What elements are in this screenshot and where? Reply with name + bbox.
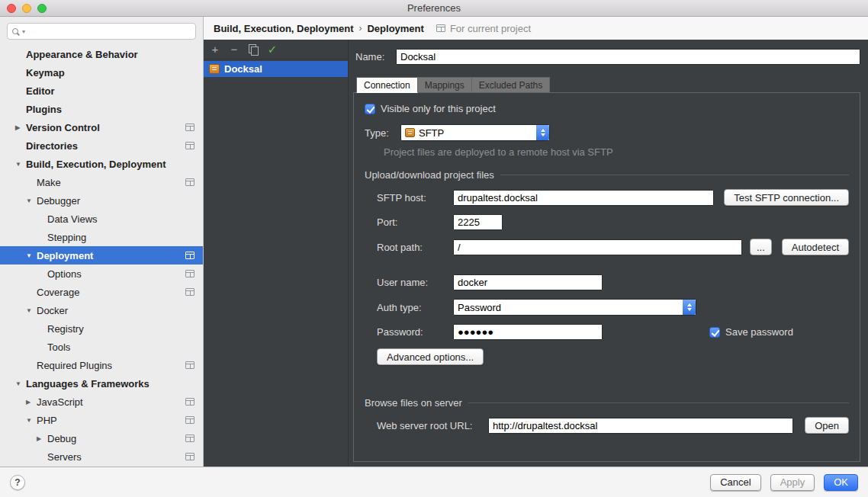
settings-sidebar: ▾ Appearance & BehaviorKeymapEditorPlugi… xyxy=(0,17,204,467)
add-icon[interactable]: + xyxy=(209,43,221,56)
sidebar-item-label: Version Control xyxy=(26,122,185,133)
test-sftp-connection-button[interactable]: Test SFTP connection... xyxy=(724,189,849,206)
sidebar-item-version-control[interactable]: ▶Version Control xyxy=(0,118,203,136)
sidebar-item-coverage[interactable]: Coverage xyxy=(0,283,203,301)
chevron-down-icon[interactable]: ▼ xyxy=(26,197,37,204)
sidebar-item-label: Debug xyxy=(47,433,185,444)
chevron-down-icon[interactable]: ▼ xyxy=(26,252,37,259)
sidebar-item-data-views[interactable]: Data Views xyxy=(0,210,203,228)
browse-section-header: Browse files on server xyxy=(365,397,849,409)
sidebar-item-label: Deployment xyxy=(37,250,185,261)
type-select[interactable]: SFTP xyxy=(400,124,550,141)
visible-only-checkbox[interactable] xyxy=(365,104,375,114)
sidebar-item-php[interactable]: ▼PHP xyxy=(0,411,203,429)
sidebar-item-label: Docker xyxy=(37,305,203,316)
sidebar-item-label: Debugger xyxy=(37,195,203,207)
sidebar-item-languages-frameworks[interactable]: ▼Languages & Frameworks xyxy=(0,374,203,393)
save-password-checkbox[interactable] xyxy=(709,327,720,338)
server-item-docksal[interactable]: Docksal xyxy=(204,61,348,77)
sidebar-item-tools[interactable]: Tools xyxy=(0,338,203,356)
chevron-right-icon[interactable]: ▶ xyxy=(26,399,37,406)
user-name-input[interactable] xyxy=(453,274,603,290)
combo-stepper-icon[interactable] xyxy=(683,300,696,315)
dialog-footer: ? Cancel Apply OK xyxy=(0,467,868,497)
titlebar[interactable]: Preferences xyxy=(0,0,868,17)
advanced-options-button[interactable]: Advanced options... xyxy=(377,348,484,365)
sidebar-item-directories[interactable]: Directories xyxy=(0,136,203,155)
visible-only-label: Visible only for this project xyxy=(381,103,496,114)
sidebar-item-options[interactable]: Options xyxy=(0,265,203,283)
sidebar-item-appearance-behavior[interactable]: Appearance & Behavior xyxy=(0,45,203,63)
sidebar-item-servers[interactable]: Servers xyxy=(0,447,203,466)
web-root-url-input[interactable] xyxy=(488,418,793,434)
name-input[interactable] xyxy=(396,49,860,65)
upload-section-header: Upload/download project files xyxy=(365,169,849,181)
type-value: SFTP xyxy=(419,127,532,139)
zoom-window-button[interactable] xyxy=(37,4,47,13)
sidebar-item-debugger[interactable]: ▼Debugger xyxy=(0,191,203,210)
copy-icon[interactable] xyxy=(247,44,259,55)
open-button[interactable]: Open xyxy=(805,417,849,434)
use-as-default-icon[interactable]: ✓ xyxy=(266,43,278,56)
deployment-form: Name: ConnectionMappingsExcluded Paths V… xyxy=(349,40,868,467)
chevron-right-icon[interactable]: ▶ xyxy=(37,435,47,442)
settings-search-input[interactable]: ▾ xyxy=(7,23,196,40)
chevron-down-icon[interactable]: ▼ xyxy=(15,380,26,387)
password-input[interactable] xyxy=(453,324,603,340)
sidebar-item-deployment[interactable]: ▼Deployment xyxy=(0,246,203,265)
root-path-label: Root path: xyxy=(377,242,453,253)
password-label: Password: xyxy=(377,326,453,338)
sidebar-item-javascript[interactable]: ▶JavaScript xyxy=(0,393,203,411)
port-label: Port: xyxy=(377,216,453,228)
sidebar-item-label: Make xyxy=(37,177,185,188)
sidebar-item-label: Plugins xyxy=(26,104,203,115)
sidebar-item-label: Required Plugins xyxy=(37,360,185,371)
autodetect-button[interactable]: Autodetect xyxy=(782,239,849,255)
sftp-host-label: SFTP host: xyxy=(377,192,453,204)
combo-stepper-icon[interactable] xyxy=(536,125,549,140)
for-current-project-badge: For current project xyxy=(436,23,531,34)
search-icon xyxy=(12,27,21,36)
sidebar-item-editor[interactable]: Editor xyxy=(0,82,203,100)
chevron-down-icon[interactable]: ▼ xyxy=(15,161,26,168)
chevron-down-icon[interactable]: ▼ xyxy=(26,307,37,314)
tab-mappings[interactable]: Mappings xyxy=(418,77,472,93)
sidebar-item-label: Stepping xyxy=(47,232,203,243)
sidebar-item-stepping[interactable]: Stepping xyxy=(0,228,203,246)
search-options-chevron-icon[interactable]: ▾ xyxy=(22,28,25,35)
minimize-window-button[interactable] xyxy=(22,4,31,13)
root-path-input[interactable] xyxy=(453,239,742,255)
auth-type-select[interactable]: Password xyxy=(453,299,696,316)
sftp-host-input[interactable] xyxy=(453,190,714,206)
traffic-lights xyxy=(7,4,47,13)
sidebar-item-label: Appearance & Behavior xyxy=(26,49,203,60)
tab-excluded-paths[interactable]: Excluded Paths xyxy=(472,77,550,93)
browse-section-title: Browse files on server xyxy=(365,397,462,409)
sidebar-item-required-plugins[interactable]: Required Plugins xyxy=(0,356,203,374)
sidebar-item-label: Languages & Frameworks xyxy=(26,378,203,390)
sidebar-item-keymap[interactable]: Keymap xyxy=(0,63,203,82)
cancel-button[interactable]: Cancel xyxy=(710,474,760,491)
sidebar-item-label: Servers xyxy=(47,451,185,463)
sidebar-item-docker[interactable]: ▼Docker xyxy=(0,301,203,319)
ok-button[interactable]: OK xyxy=(824,474,858,491)
chevron-down-icon[interactable]: ▼ xyxy=(26,417,37,424)
current-project-icon xyxy=(185,288,194,296)
auth-type-value: Password xyxy=(458,302,679,313)
breadcrumb-parent[interactable]: Build, Execution, Deployment xyxy=(214,23,353,34)
browse-root-path-button[interactable]: ... xyxy=(750,239,772,255)
port-input[interactable] xyxy=(453,214,503,230)
sidebar-item-debug[interactable]: ▶Debug xyxy=(0,429,203,447)
section-divider xyxy=(468,402,849,403)
apply-button[interactable]: Apply xyxy=(770,474,815,491)
sidebar-item-make[interactable]: Make xyxy=(0,173,203,191)
remove-icon[interactable]: − xyxy=(228,43,240,56)
close-window-button[interactable] xyxy=(7,4,16,13)
chevron-right-icon[interactable]: ▶ xyxy=(15,124,26,131)
tab-connection[interactable]: Connection xyxy=(356,77,418,93)
sidebar-item-plugins[interactable]: Plugins xyxy=(0,100,203,118)
sidebar-item-build-execution-deployment[interactable]: ▼Build, Execution, Deployment xyxy=(0,155,203,173)
help-button[interactable]: ? xyxy=(10,475,25,490)
upload-section-title: Upload/download project files xyxy=(365,169,494,181)
sidebar-item-registry[interactable]: Registry xyxy=(0,319,203,338)
